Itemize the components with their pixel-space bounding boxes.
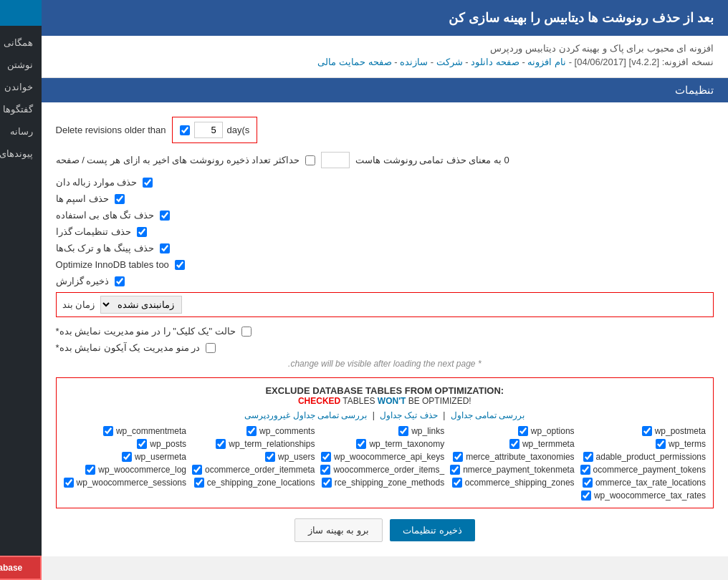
table-name-3: wp_comments: [259, 426, 315, 436]
table-checkbox-13[interactable]: [265, 452, 275, 462]
select-links: بررسی تمامی جداول | حذف تیک جداول | بررس…: [64, 410, 706, 420]
icon-row: در منو مدیریت یک آیکون نمایش بده*: [56, 342, 714, 353]
table-name-9: wp_posts: [150, 439, 186, 449]
checkbox-label-3: حذف تنظیمات گذرا: [56, 226, 131, 237]
plugin-description: افزونه ای محبوب برای پاک و بهینه کردن دی…: [56, 43, 714, 54]
table-checkbox-11[interactable]: [453, 452, 463, 462]
table-checkbox-14[interactable]: [122, 452, 132, 462]
table-checkbox-10[interactable]: [583, 452, 593, 462]
subtitle-prefix: !: [469, 396, 471, 406]
sidebar-item-3[interactable]: گفتگوها: [0, 98, 42, 120]
table-checkbox-20[interactable]: [583, 478, 593, 488]
sidebar-item-0[interactable]: همگانی: [0, 32, 42, 54]
table-checkbox-4[interactable]: [103, 426, 113, 436]
max-revisions-checkbox[interactable]: [305, 155, 315, 165]
checkbox-label-5: Optimize InnoDB tables too: [56, 259, 169, 270]
table-name-6: wp_termmeta: [522, 439, 575, 449]
deselect-all-link[interactable]: حذف تیک جداول: [380, 410, 438, 420]
page-header: بعد از حذف رونوشت ها دیتابیس را بهینه سا…: [42, 0, 728, 36]
table-checkbox-8[interactable]: [216, 439, 226, 449]
table-checkbox-19[interactable]: [85, 465, 95, 475]
sidebar-item-5[interactable]: پیوندهای یکتا: [0, 142, 42, 165]
table-checkbox-0[interactable]: [642, 426, 652, 436]
sidebar-item-settings[interactable]: تنظیمات: [0, 0, 42, 26]
sidebar-item-1[interactable]: نوشتن: [0, 54, 42, 76]
checkbox-label-6: ذخیره گزارش: [56, 276, 110, 286]
table-item-8: wp_term_relationships: [192, 439, 315, 449]
checkbox-0[interactable]: [143, 178, 153, 188]
table-checkbox-7[interactable]: [356, 439, 366, 449]
download-link[interactable]: صفحه دانلود: [471, 57, 519, 67]
table-checkbox-24[interactable]: [64, 478, 74, 488]
table-item-19: wp_woocommerce_log: [64, 465, 186, 475]
table-name-12: wp_woocommerce_api_keys: [334, 452, 444, 462]
tables-grid: wp_postmetawp_optionswp_linkswp_comments…: [64, 426, 706, 501]
table-name-1: wp_options: [531, 426, 575, 436]
table-item-5: wp_terms: [580, 439, 706, 449]
revisions-checkbox[interactable]: [180, 125, 190, 135]
table-checkbox-2[interactable]: [398, 426, 408, 436]
checkbox-6[interactable]: [115, 276, 125, 286]
oneclick-checkbox[interactable]: [241, 327, 252, 337]
save-settings-button[interactable]: ذخیره تنظیمات: [390, 519, 475, 541]
table-checkbox-12[interactable]: [321, 452, 331, 462]
table-name-15: ocommerce_payment_tokens: [593, 465, 706, 475]
checkbox-row-2: حذف تگ های بی استفاده: [56, 210, 714, 221]
table-checkbox-21[interactable]: [452, 478, 462, 488]
checkbox-3[interactable]: [137, 227, 147, 237]
table-checkbox-9[interactable]: [137, 439, 147, 449]
table-checkbox-17[interactable]: [320, 465, 330, 475]
checkbox-4[interactable]: [160, 243, 170, 253]
table-checkbox-18[interactable]: [192, 465, 202, 475]
table-checkbox-25[interactable]: [581, 490, 591, 501]
oneclick-row: حالت "یک کلیک" را در منو مدیریت نمایش بد…: [56, 326, 714, 337]
table-item-10: adable_product_permissions: [580, 452, 706, 462]
optimize-database-button[interactable]: Optimize Database: [0, 556, 42, 580]
support-link[interactable]: صفحه حمایت مالی: [317, 57, 391, 67]
table-checkbox-15[interactable]: [580, 465, 590, 475]
table-name-25: wp_woocommerce_tax_rates: [594, 490, 706, 501]
checkbox-2[interactable]: [160, 211, 170, 221]
table-item-2: wp_links: [320, 426, 444, 436]
checked-word: CHECKED: [298, 396, 340, 406]
table-item-17: _woocommerce_order_items: [320, 465, 444, 475]
wont-word: WON'T: [378, 396, 406, 406]
schedule-select[interactable]: زمانبندی نشدهروزانههفتگی: [100, 296, 182, 314]
table-checkbox-6[interactable]: [509, 439, 519, 449]
go-optimize-button[interactable]: برو به بهینه ساز: [294, 518, 383, 542]
table-checkbox-16[interactable]: [450, 465, 460, 475]
icon-checkbox[interactable]: [206, 343, 216, 353]
table-item-21: ocommerce_shipping_zones: [450, 478, 574, 488]
exclude-title: :EXCLUDE DATABASE TABLES FROM OPTIMIZATI…: [64, 385, 706, 396]
table-item-9: wp_posts: [64, 439, 186, 449]
table-checkbox-22[interactable]: [322, 478, 332, 488]
table-checkbox-23[interactable]: [194, 478, 204, 488]
revisions-row: day(s Delete revisions older than: [56, 117, 714, 143]
max-revisions-label: حداکثر تعداد ذخیره رونوشت های اخیر به از…: [56, 155, 300, 165]
table-checkbox-1[interactable]: [518, 426, 528, 436]
table-checkbox-3[interactable]: [246, 426, 257, 436]
table-item-4: wp_commentmeta: [64, 426, 186, 436]
table-item-3: wp_comments: [192, 426, 315, 436]
sidebar-item-2[interactable]: خواندن: [0, 76, 42, 98]
plugin-name-link[interactable]: نام افزونه: [527, 57, 566, 67]
checkbox-row-5: Optimize InnoDB tables too: [56, 259, 714, 270]
company-link[interactable]: شرکت: [436, 57, 463, 67]
select-all-link[interactable]: بررسی تمامی جداول: [451, 410, 525, 420]
table-name-8: wp_term_relationships: [229, 439, 315, 449]
max-revisions-row: 0 به معنای حذف تمامی رونوشت هاست حداکثر …: [56, 152, 714, 168]
checkbox-1[interactable]: [115, 194, 125, 204]
table-checkbox-5[interactable]: [656, 439, 666, 449]
revisions-days-input[interactable]: [194, 122, 223, 138]
max-revisions-input[interactable]: [321, 152, 350, 168]
checkboxes-container: حذف موارد زباله دانحذف اسپم هاحذف تگ های…: [56, 177, 714, 286]
checkbox-5[interactable]: [175, 260, 185, 270]
select-nonwp-link[interactable]: بررسی تمامی جداول غیروردپرسی: [244, 410, 367, 420]
table-item-25: wp_woocommerce_tax_rates: [580, 490, 706, 501]
sidebar-item-4[interactable]: رسانه: [0, 120, 42, 142]
table-name-21: ocommerce_shipping_zones: [465, 478, 575, 488]
notice-text: * change will be visible after loading t…: [56, 359, 714, 369]
table-name-13: wp_users: [278, 452, 315, 462]
builder-link[interactable]: سازنده: [400, 57, 428, 67]
table-name-17: _woocommerce_order_items: [333, 465, 444, 475]
